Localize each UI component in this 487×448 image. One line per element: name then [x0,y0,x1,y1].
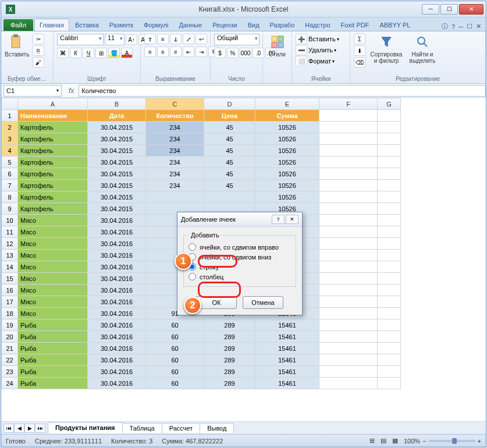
row-header[interactable]: 20 [2,331,18,343]
cell[interactable]: Мясо [18,308,88,319]
cell[interactable] [378,378,401,389]
autosum-icon[interactable]: Σ [354,34,365,44]
doc-close-icon[interactable]: ✕ [476,23,481,30]
sheet-tab[interactable]: Таблица [122,423,162,433]
cell[interactable]: 60 [146,378,204,389]
cell[interactable]: 30.04.2016 [88,273,146,285]
header-cell[interactable] [319,110,378,122]
cell[interactable]: 30.04.2015 [88,157,146,168]
inc-decimal-icon[interactable]: .0 [253,48,264,58]
column-header[interactable]: D [204,98,255,110]
cell[interactable]: 234 [146,168,204,180]
number-format-select[interactable]: Общий [214,34,260,45]
indent-inc-icon[interactable]: ⇥ [195,47,207,57]
cell[interactable]: 10526 [255,122,319,133]
cell[interactable] [319,378,378,389]
cell[interactable] [378,145,401,157]
cell[interactable]: 15461 [255,331,319,343]
italic-button[interactable]: К [70,48,81,58]
tab-abbyy[interactable]: ABBYY PL [375,19,415,31]
tab-foxit[interactable]: Foxit PDF [336,19,374,31]
cell[interactable] [378,308,401,319]
column-header[interactable]: G [378,98,401,110]
indent-dec-icon[interactable]: ⇤ [183,47,194,57]
cell[interactable]: 30.04.2016 [88,238,146,250]
dialog-close-icon[interactable]: ✕ [286,215,298,224]
cell[interactable] [319,296,378,308]
cell[interactable] [319,122,378,133]
row-header[interactable]: 11 [2,226,18,238]
cell[interactable] [378,261,401,273]
tab-review[interactable]: Рецензи [208,19,242,31]
cell[interactable] [319,261,378,273]
row-header[interactable]: 5 [2,157,18,168]
doc-restore-icon[interactable]: ☐ [467,23,472,30]
cell[interactable] [378,354,401,366]
cell[interactable]: 289 [204,331,255,343]
header-cell[interactable] [378,110,401,122]
tab-data[interactable]: Данные [174,19,207,31]
cell[interactable]: 10526 [255,191,319,203]
cell[interactable] [378,238,401,250]
dialog-help-icon[interactable]: ? [272,215,285,224]
cell[interactable] [378,331,401,343]
sheet-tab[interactable]: Вывод [200,423,234,433]
cell[interactable] [378,203,401,215]
cell[interactable] [319,180,378,191]
header-cell[interactable]: Количество [146,110,204,122]
cell[interactable] [319,203,378,215]
sheet-nav-prev-icon[interactable]: ◀ [14,424,24,433]
cell[interactable]: 234 [146,122,204,133]
cell[interactable] [319,168,378,180]
cell[interactable]: 45 [204,168,255,180]
fill-icon[interactable]: ⬇ [354,45,365,56]
cell[interactable]: 30.04.2016 [88,331,146,343]
tab-layout[interactable]: Разметк [105,19,138,31]
cell[interactable]: 30.04.2015 [88,191,146,203]
paste-button[interactable]: Вставить [5,34,29,58]
cell[interactable]: 289 [204,378,255,389]
cell[interactable]: Картофель [18,122,88,133]
cell[interactable]: 60 [146,343,204,354]
cell[interactable]: Мясо [18,250,88,261]
align-center-icon[interactable]: ≡ [157,47,169,57]
cell[interactable]: Картофель [18,168,88,180]
cell[interactable]: 234 [146,180,204,191]
column-header[interactable]: E [255,98,319,110]
cell[interactable]: Картофель [18,191,88,203]
border-button[interactable]: ⊞ [95,48,107,58]
cell[interactable]: 45 [204,133,255,145]
tab-file[interactable]: Файл [3,19,33,31]
cut-icon[interactable]: ✂ [33,34,44,44]
row-header[interactable]: 24 [2,378,18,389]
close-button[interactable]: ✕ [459,4,484,15]
sheet-nav-last-icon[interactable]: ⏭ [35,424,45,433]
cell[interactable]: 30.04.2016 [88,285,146,296]
row-header[interactable]: 4 [2,145,18,157]
row-header[interactable]: 9 [2,203,18,215]
cell[interactable]: 15461 [255,378,319,389]
cell[interactable] [319,145,378,157]
cell[interactable] [204,191,255,203]
cell[interactable]: 15461 [255,354,319,366]
cell[interactable]: 10526 [255,168,319,180]
copy-icon[interactable]: ⎘ [33,45,44,56]
view-layout-icon[interactable]: ▤ [381,437,386,445]
cell[interactable]: Рыба [18,343,88,354]
cell[interactable] [319,331,378,343]
cells-insert-button[interactable]: ➕Вставить▾ [296,34,339,44]
cell[interactable]: 30.04.2015 [88,122,146,133]
cell[interactable] [319,215,378,226]
cell[interactable]: 234 [146,145,204,157]
cell[interactable]: 30.04.2016 [88,250,146,261]
cell[interactable]: Мясо [18,285,88,296]
cells-delete-button[interactable]: ➖Удалить▾ [296,45,336,55]
cell[interactable]: 60 [146,354,204,366]
cell[interactable]: Картофель [18,145,88,157]
zoom-slider[interactable] [429,440,475,442]
align-bottom-icon[interactable]: ⫫ [170,34,182,44]
cell[interactable] [378,343,401,354]
cell[interactable] [378,122,401,133]
cell[interactable]: 234 [146,133,204,145]
tab-home[interactable]: Главная [34,19,69,31]
